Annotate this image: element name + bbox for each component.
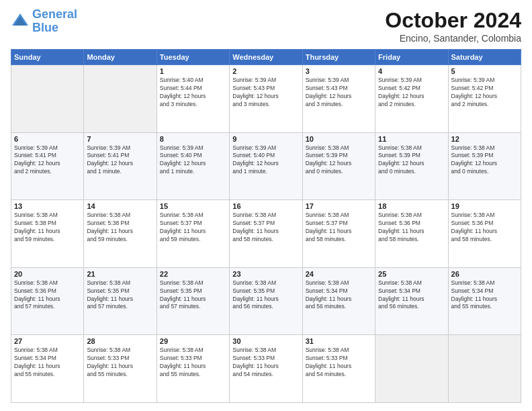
day-number: 24	[306, 270, 372, 278]
day-info: Sunrise: 5:38 AM Sunset: 5:33 PM Dayligh…	[306, 347, 372, 379]
calendar-table: SundayMondayTuesdayWednesdayThursdayFrid…	[11, 49, 521, 403]
calendar-cell: 3Sunrise: 5:39 AM Sunset: 5:43 PM Daylig…	[302, 65, 375, 133]
calendar-cell: 4Sunrise: 5:39 AM Sunset: 5:42 PM Daylig…	[375, 65, 448, 133]
day-number: 29	[160, 337, 226, 345]
calendar-cell: 19Sunrise: 5:38 AM Sunset: 5:36 PM Dayli…	[448, 200, 521, 268]
day-number: 15	[160, 202, 226, 210]
calendar-cell: 14Sunrise: 5:38 AM Sunset: 5:38 PM Dayli…	[84, 200, 157, 268]
day-number: 5	[451, 67, 518, 75]
calendar-header-row: SundayMondayTuesdayWednesdayThursdayFrid…	[11, 50, 521, 65]
calendar-cell: 7Sunrise: 5:39 AM Sunset: 5:41 PM Daylig…	[84, 132, 157, 200]
day-info: Sunrise: 5:39 AM Sunset: 5:43 PM Dayligh…	[232, 77, 299, 109]
logo-text: General Blue	[32, 8, 77, 35]
day-info: Sunrise: 5:38 AM Sunset: 5:39 PM Dayligh…	[451, 144, 518, 177]
day-info: Sunrise: 5:38 AM Sunset: 5:39 PM Dayligh…	[306, 144, 372, 177]
calendar-cell: 12Sunrise: 5:38 AM Sunset: 5:39 PM Dayli…	[448, 132, 521, 200]
page: General Blue October 2024 Encino, Santan…	[0, 0, 532, 411]
day-info: Sunrise: 5:40 AM Sunset: 5:44 PM Dayligh…	[160, 77, 226, 109]
calendar-header-friday: Friday	[375, 50, 448, 65]
day-number: 19	[451, 202, 518, 210]
day-number: 30	[232, 337, 299, 345]
day-info: Sunrise: 5:38 AM Sunset: 5:33 PM Dayligh…	[160, 347, 226, 379]
day-number: 2	[232, 67, 299, 75]
calendar-week-3: 13Sunrise: 5:38 AM Sunset: 5:38 PM Dayli…	[11, 200, 521, 268]
day-number: 13	[14, 202, 81, 210]
day-number: 27	[14, 337, 81, 345]
day-number: 25	[378, 270, 445, 278]
day-number: 22	[160, 270, 226, 278]
day-number: 1	[160, 67, 226, 75]
calendar-cell: 5Sunrise: 5:39 AM Sunset: 5:42 PM Daylig…	[448, 65, 521, 133]
day-info: Sunrise: 5:38 AM Sunset: 5:35 PM Dayligh…	[160, 279, 226, 312]
calendar-header-monday: Monday	[84, 50, 157, 65]
day-number: 28	[87, 337, 153, 345]
calendar-cell	[448, 335, 521, 403]
day-number: 6	[14, 135, 81, 143]
day-number: 21	[87, 270, 153, 278]
calendar-cell: 8Sunrise: 5:39 AM Sunset: 5:40 PM Daylig…	[157, 132, 229, 200]
calendar-cell: 1Sunrise: 5:40 AM Sunset: 5:44 PM Daylig…	[157, 65, 229, 133]
day-number: 23	[232, 270, 299, 278]
calendar-cell	[84, 65, 157, 133]
day-info: Sunrise: 5:38 AM Sunset: 5:35 PM Dayligh…	[232, 279, 299, 312]
calendar-cell: 2Sunrise: 5:39 AM Sunset: 5:43 PM Daylig…	[230, 65, 302, 133]
calendar-cell: 15Sunrise: 5:38 AM Sunset: 5:37 PM Dayli…	[157, 200, 229, 268]
day-number: 17	[306, 202, 372, 210]
day-number: 8	[160, 135, 226, 143]
calendar-cell: 30Sunrise: 5:38 AM Sunset: 5:33 PM Dayli…	[230, 335, 302, 403]
day-info: Sunrise: 5:38 AM Sunset: 5:34 PM Dayligh…	[378, 279, 445, 312]
calendar-week-4: 20Sunrise: 5:38 AM Sunset: 5:36 PM Dayli…	[11, 267, 521, 335]
calendar-cell: 29Sunrise: 5:38 AM Sunset: 5:33 PM Dayli…	[157, 335, 229, 403]
day-number: 18	[378, 202, 445, 210]
calendar-cell: 26Sunrise: 5:38 AM Sunset: 5:34 PM Dayli…	[448, 267, 521, 335]
day-info: Sunrise: 5:38 AM Sunset: 5:33 PM Dayligh…	[87, 347, 153, 379]
calendar-cell: 25Sunrise: 5:38 AM Sunset: 5:34 PM Dayli…	[375, 267, 448, 335]
calendar-cell: 23Sunrise: 5:38 AM Sunset: 5:35 PM Dayli…	[230, 267, 302, 335]
day-info: Sunrise: 5:39 AM Sunset: 5:42 PM Dayligh…	[378, 77, 445, 109]
calendar-cell: 20Sunrise: 5:38 AM Sunset: 5:36 PM Dayli…	[11, 267, 84, 335]
day-info: Sunrise: 5:38 AM Sunset: 5:38 PM Dayligh…	[14, 212, 81, 244]
day-number: 7	[87, 135, 153, 143]
title-block: October 2024 Encino, Santander, Colombia	[385, 8, 521, 44]
day-info: Sunrise: 5:39 AM Sunset: 5:41 PM Dayligh…	[14, 144, 81, 177]
calendar-header-wednesday: Wednesday	[230, 50, 302, 65]
main-title: October 2024	[385, 8, 521, 33]
day-number: 12	[451, 135, 518, 143]
day-info: Sunrise: 5:38 AM Sunset: 5:36 PM Dayligh…	[14, 279, 81, 312]
calendar-header-thursday: Thursday	[302, 50, 375, 65]
day-number: 16	[232, 202, 299, 210]
day-info: Sunrise: 5:38 AM Sunset: 5:34 PM Dayligh…	[306, 279, 372, 312]
calendar-cell: 31Sunrise: 5:38 AM Sunset: 5:33 PM Dayli…	[302, 335, 375, 403]
day-info: Sunrise: 5:38 AM Sunset: 5:33 PM Dayligh…	[232, 347, 299, 379]
calendar-cell: 21Sunrise: 5:38 AM Sunset: 5:35 PM Dayli…	[84, 267, 157, 335]
day-info: Sunrise: 5:39 AM Sunset: 5:41 PM Dayligh…	[87, 144, 153, 177]
day-info: Sunrise: 5:38 AM Sunset: 5:38 PM Dayligh…	[87, 212, 153, 244]
calendar-cell: 6Sunrise: 5:39 AM Sunset: 5:41 PM Daylig…	[11, 132, 84, 200]
calendar-cell: 22Sunrise: 5:38 AM Sunset: 5:35 PM Dayli…	[157, 267, 229, 335]
calendar-cell	[375, 335, 448, 403]
calendar-cell: 27Sunrise: 5:38 AM Sunset: 5:34 PM Dayli…	[11, 335, 84, 403]
calendar-cell: 13Sunrise: 5:38 AM Sunset: 5:38 PM Dayli…	[11, 200, 84, 268]
calendar-header-tuesday: Tuesday	[157, 50, 229, 65]
day-number: 10	[306, 135, 372, 143]
day-number: 31	[306, 337, 372, 345]
day-info: Sunrise: 5:38 AM Sunset: 5:36 PM Dayligh…	[378, 212, 445, 244]
day-info: Sunrise: 5:39 AM Sunset: 5:43 PM Dayligh…	[306, 77, 372, 109]
logo-icon	[11, 12, 30, 31]
day-info: Sunrise: 5:38 AM Sunset: 5:34 PM Dayligh…	[14, 347, 81, 379]
calendar-cell: 16Sunrise: 5:38 AM Sunset: 5:37 PM Dayli…	[230, 200, 302, 268]
day-info: Sunrise: 5:38 AM Sunset: 5:37 PM Dayligh…	[306, 212, 372, 244]
day-number: 4	[378, 67, 445, 75]
day-number: 26	[451, 270, 518, 278]
subtitle: Encino, Santander, Colombia	[385, 33, 521, 44]
day-number: 14	[87, 202, 153, 210]
calendar-cell: 24Sunrise: 5:38 AM Sunset: 5:34 PM Dayli…	[302, 267, 375, 335]
calendar-cell: 11Sunrise: 5:38 AM Sunset: 5:39 PM Dayli…	[375, 132, 448, 200]
header: General Blue October 2024 Encino, Santan…	[11, 8, 521, 44]
day-number: 20	[14, 270, 81, 278]
calendar-cell: 18Sunrise: 5:38 AM Sunset: 5:36 PM Dayli…	[375, 200, 448, 268]
day-info: Sunrise: 5:38 AM Sunset: 5:37 PM Dayligh…	[232, 212, 299, 244]
calendar-cell: 10Sunrise: 5:38 AM Sunset: 5:39 PM Dayli…	[302, 132, 375, 200]
day-info: Sunrise: 5:38 AM Sunset: 5:36 PM Dayligh…	[451, 212, 518, 244]
day-info: Sunrise: 5:38 AM Sunset: 5:39 PM Dayligh…	[378, 144, 445, 177]
